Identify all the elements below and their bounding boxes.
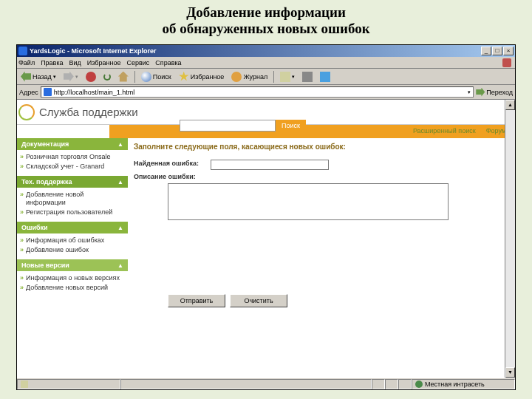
menu-help[interactable]: Справка xyxy=(155,59,181,66)
form-heading: Заполните следующие поля, касающиеся нов… xyxy=(134,141,509,158)
close-button[interactable]: × xyxy=(503,47,514,55)
scroll-up-icon[interactable]: ▲ xyxy=(505,100,515,110)
menu-file[interactable]: Файл xyxy=(18,59,35,66)
menu-edit[interactable]: Правка xyxy=(41,59,63,66)
toolbar: Назад▾ ▾ Поиск Избранное Журнал ▾ xyxy=(17,69,515,85)
sidebar-item[interactable]: »Добавление ошибок xyxy=(20,245,125,255)
search-icon xyxy=(141,72,151,82)
forum-link[interactable]: Форум xyxy=(486,127,506,134)
brand-icon xyxy=(502,58,511,67)
chevron-up-icon: ▲ xyxy=(117,141,123,148)
address-bar: Адрес http://localhost/main_1.html ▾ Пер… xyxy=(17,85,515,100)
refresh-button[interactable] xyxy=(101,72,113,81)
main-panel: Заполните следующие поля, касающиеся нов… xyxy=(128,138,515,378)
sidebar-header-versions[interactable]: Новые версии▲ xyxy=(17,259,128,271)
forward-button[interactable]: ▾ xyxy=(61,71,81,83)
forward-arrow-icon xyxy=(64,72,74,82)
description-textarea[interactable] xyxy=(168,183,449,220)
star-icon xyxy=(179,72,189,82)
sidebar-item[interactable]: »Добавление новых версий xyxy=(20,283,125,293)
search-submit-button[interactable]: Поиск xyxy=(276,120,306,132)
page-icon xyxy=(44,88,52,96)
mail-button[interactable]: ▾ xyxy=(278,71,297,83)
menu-bar: Файл Правка Вид Избранное Сервис Справка xyxy=(17,57,515,69)
found-error-label: Найденная ошибка: xyxy=(134,160,208,167)
search-input[interactable] xyxy=(180,120,276,132)
mail-icon xyxy=(280,72,290,82)
sidebar-header-support[interactable]: Тех. поддержка▲ xyxy=(17,176,128,188)
chevron-up-icon: ▲ xyxy=(117,262,123,269)
submit-button[interactable]: Отправить xyxy=(168,294,225,307)
scroll-down-icon[interactable]: ▼ xyxy=(505,367,515,378)
sidebar-header-docs[interactable]: Документация▲ xyxy=(17,138,128,150)
print-button[interactable] xyxy=(300,71,315,83)
history-button[interactable]: Журнал xyxy=(229,71,270,83)
chevron-up-icon: ▲ xyxy=(117,225,123,231)
sidebar-item[interactable]: »Добавление новой информации xyxy=(20,190,125,208)
slide-title: Добавление информации об обнаруженных но… xyxy=(0,0,532,38)
home-icon xyxy=(118,72,129,82)
sidebar-item[interactable]: »Информация об ошибках xyxy=(20,236,125,245)
clear-button[interactable]: Очистить xyxy=(230,294,287,307)
sidebar-item[interactable]: »Складской учет - Granard xyxy=(20,162,125,171)
goto-arrow-icon xyxy=(476,88,485,97)
logo-icon xyxy=(18,104,35,120)
zone-icon xyxy=(415,381,423,388)
print-icon xyxy=(302,72,313,82)
description-label: Описание ошибки: xyxy=(134,173,208,180)
sidebar-item[interactable]: »Розничная торговля Onsale xyxy=(20,152,125,162)
browser-window: YardsLogic - Microsoft Internet Explorer… xyxy=(16,44,516,390)
sidebar-item[interactable]: »Информация о новых версиях xyxy=(20,273,125,283)
titlebar: YardsLogic - Microsoft Internet Explorer… xyxy=(17,45,515,57)
header-strip: Поиск Расширенный поиск Форум xyxy=(17,125,515,138)
menu-tools[interactable]: Сервис xyxy=(126,59,149,66)
history-icon xyxy=(231,72,242,82)
favorites-button[interactable]: Избранное xyxy=(177,71,227,83)
found-error-input[interactable] xyxy=(211,160,329,170)
advanced-search-link[interactable]: Расширенный поиск xyxy=(413,127,476,134)
stop-icon xyxy=(86,72,96,82)
sidebar-header-errors[interactable]: Ошибки▲ xyxy=(17,222,128,233)
refresh-icon xyxy=(103,73,111,81)
sidebar: Документация▲ »Розничная торговля Onsale… xyxy=(17,138,128,378)
status-bar: Местная интрасеть xyxy=(17,378,515,389)
status-page-icon xyxy=(21,381,28,388)
ie-icon xyxy=(18,47,27,55)
vertical-scrollbar[interactable]: ▲ ▼ xyxy=(505,100,515,378)
address-input[interactable]: http://localhost/main_1.html ▾ xyxy=(41,86,474,98)
back-button[interactable]: Назад▾ xyxy=(18,71,58,83)
edit-icon xyxy=(320,72,330,82)
goto-button[interactable]: Переход xyxy=(476,88,513,97)
home-button[interactable] xyxy=(116,71,131,83)
page-content: Служба поддержки Поиск Расширенный поиск… xyxy=(17,100,515,378)
address-label: Адрес xyxy=(19,89,38,96)
stop-button[interactable] xyxy=(83,71,98,83)
minimize-button[interactable]: _ xyxy=(481,47,491,55)
chevron-up-icon: ▲ xyxy=(117,179,123,185)
window-title: YardsLogic - Microsoft Internet Explorer xyxy=(30,47,481,55)
page-title: Служба поддержки xyxy=(39,106,138,118)
menu-favorites[interactable]: Избранное xyxy=(87,59,121,66)
zone-label: Местная интрасеть xyxy=(425,381,485,388)
back-arrow-icon xyxy=(21,72,31,82)
search-button[interactable]: Поиск xyxy=(139,71,174,83)
menu-view[interactable]: Вид xyxy=(69,59,81,66)
maximize-button[interactable]: □ xyxy=(492,47,502,55)
sidebar-item[interactable]: »Регистрация пользователей xyxy=(20,208,125,217)
edit-button[interactable] xyxy=(318,71,332,83)
